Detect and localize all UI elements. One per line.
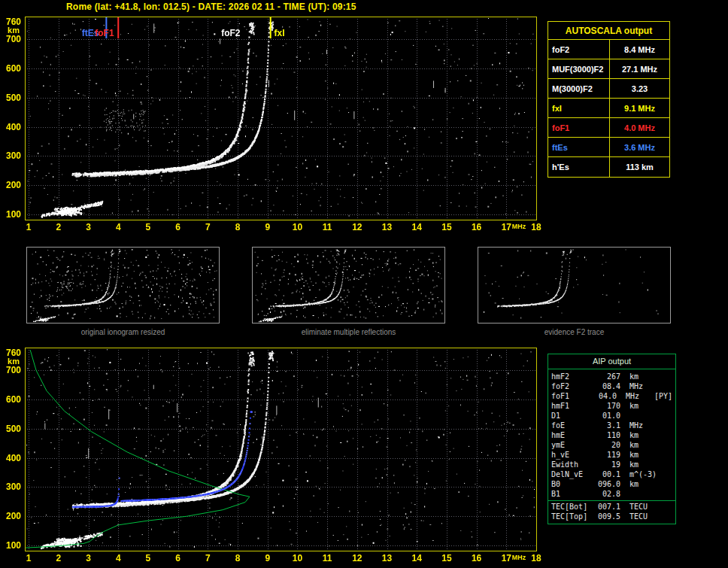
aip-panel-title: AIP output [548,354,675,369]
aip-param-unit: MHz [626,391,654,401]
aip-row: B102.8 [548,489,675,499]
aip-row: D101.0 [548,411,675,421]
thumbnail-original-canvas [26,247,220,323]
aip-param-value: 096.0 [596,479,620,489]
thumbnail-f2-trace-canvas [478,247,671,323]
aip-param-value: 19 [596,460,620,469]
autoscala-param-value: 4.0 MHz [610,118,669,137]
autoscala-row: M(3000)F23.23 [548,79,669,99]
aip-param-value: 00.1 [596,469,620,479]
aip-param-unit: m^(-3) [629,469,660,479]
aip-param-value: 20 [596,440,620,450]
aip-param-label: D1 [551,411,596,421]
aip-param-unit: km [629,401,660,411]
aip-param-unit: TECU [629,512,660,521]
aip-param-unit: km [629,440,660,450]
autoscala-param-label: h'Es [548,157,610,177]
aip-row: DelN_vE00.1m^(-3) [548,469,675,479]
autoscala-row: foF28.4 MHz [548,40,669,59]
thumbnail-no-reflections: eliminate multiple reflections [252,247,445,336]
aip-param-label: DelN_vE [551,469,596,479]
aip-param-unit: km [629,450,660,460]
autoscala-param-value: 9.1 MHz [610,99,669,117]
thumbnail-original-caption: original ionogram resized [26,328,220,336]
aip-param-value: 009.5 [596,512,620,521]
aip-param-unit: MHz [629,421,660,430]
aip-param-value: 02.8 [596,489,620,499]
autoscala-param-label: fxI [548,99,610,117]
thumbnail-f2-trace: evidence F2 trace [478,247,671,336]
autoscala-param-label: ftEs [548,138,610,156]
autoscala-param-label: foF2 [548,40,610,59]
autoscala-row: foF14.0 MHz [548,118,669,138]
aip-row: foF208.4MHz [548,381,675,391]
thumbnail-original-ionogram: original ionogram resized [26,247,220,336]
aip-param-value: 267 [596,372,620,381]
autoscala-param-value: 113 km [610,157,669,177]
aip-param-unit: km [629,460,660,469]
aip-row: ymE20km [548,440,675,450]
aip-param-label: B1 [551,489,596,499]
aip-param-value: 01.0 [596,411,620,421]
aip-param-unit: km [629,430,660,440]
aip-param-unit: MHz [629,381,660,391]
aip-param-value: 007.1 [596,502,620,512]
aip-param-label: TEC[Top] [551,512,596,521]
aip-row: hmF2267km [548,372,675,381]
autoscala-param-label: M(3000)F2 [548,79,610,98]
aip-row: TEC[Top]009.5TECU [548,512,675,521]
aip-param-unit: TECU [629,502,660,512]
aip-param-label: hmE [551,430,596,440]
autoscala-param-value: 8.4 MHz [610,40,669,59]
aip-param-value: 3.1 [596,421,620,430]
aip-param-label: foF2 [551,381,596,391]
autoscala-row: MUF(3000)F227.1 MHz [548,59,669,79]
aip-param-value: 119 [596,450,620,460]
aip-row: hmE110km [548,430,675,440]
header-title: Rome (lat: +41.8, lon: 012.5) - DATE: 20… [66,2,356,12]
aip-param-unit: km [629,479,660,489]
autoscala-param-label: MUF(3000)F2 [548,59,610,78]
aip-param-label: Ewidth [551,460,596,469]
aip-rows: hmF2267kmfoF208.4MHzfoF104.0MHz[PY]hmF11… [548,372,675,521]
autoscala-rows: foF28.4 MHzMUF(3000)F227.1 MHzM(3000)F23… [548,40,669,177]
autoscala-panel-title: AUTOSCALA output [548,22,669,40]
autoscala-output-panel: AUTOSCALA output foF28.4 MHzMUF(3000)F22… [548,21,670,178]
bottom-ionogram-profile-plot [0,343,544,567]
aip-row: foF104.0MHz[PY] [548,391,675,401]
aip-param-label: TEC[Bot] [551,502,596,512]
aip-param-label: hmF2 [551,372,596,381]
aip-param-unit: km [629,372,660,381]
aip-row: TEC[Bot]007.1TECU [548,500,675,512]
aip-row: B0096.0km [548,479,675,489]
aip-param-label: foE [551,421,596,430]
aip-param-label: h_vE [551,450,596,460]
thumbnail-no-reflections-caption: eliminate multiple reflections [252,328,445,336]
aip-param-note: [PY] [654,391,672,401]
aip-output-panel: AIP output hmF2267kmfoF208.4MHzfoF104.0M… [548,354,676,524]
autoscala-param-value: 3.6 MHz [610,138,669,156]
aip-row: h_vE119km [548,450,675,460]
aip-row: Ewidth19km [548,460,675,469]
aip-row: foE3.1MHz [548,421,675,430]
autoscala-row: fxI9.1 MHz [548,99,669,118]
autoscala-param-value: 27.1 MHz [610,59,669,78]
aip-param-value: 08.4 [596,381,620,391]
aip-param-label: B0 [551,479,596,489]
aip-param-value: 110 [596,430,620,440]
aip-param-label: ymE [551,440,596,450]
aip-param-value: 170 [596,401,620,411]
autoscala-row: h'Es113 km [548,157,669,177]
top-ionogram-plot [0,12,544,238]
aip-row: hmF1170km [548,401,675,411]
autoscala-row: ftEs3.6 MHz [548,138,669,157]
aip-param-value: 04.0 [594,391,617,401]
aip-param-label: foF1 [551,391,594,401]
autoscala-param-value: 3.23 [610,79,669,98]
aip-param-label: hmF1 [551,401,596,411]
thumbnail-f2-trace-caption: evidence F2 trace [478,328,671,336]
thumbnail-no-reflections-canvas [252,247,445,323]
autoscala-param-label: foF1 [548,118,610,137]
